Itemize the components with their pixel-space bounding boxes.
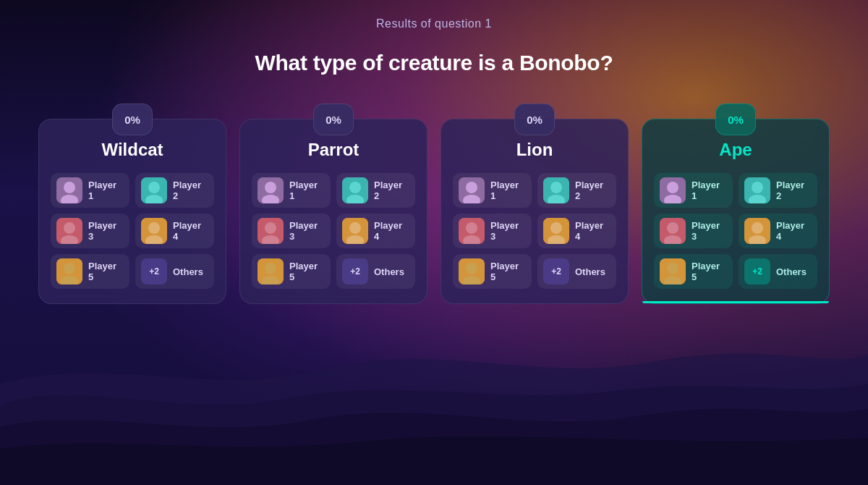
player-name-label: Player 5: [289, 261, 325, 282]
player-item: Player 5: [453, 254, 532, 289]
others-badge: +2: [744, 258, 770, 284]
player-avatar: [342, 218, 368, 244]
others-label: Others: [173, 266, 203, 277]
svg-point-43: [466, 263, 477, 274]
player-avatar: [56, 177, 82, 203]
player-name-label: Player 2: [575, 180, 610, 201]
player-item: Player 1: [51, 173, 129, 208]
svg-point-22: [265, 222, 276, 234]
svg-point-31: [466, 182, 477, 193]
player-name-label: Player 4: [776, 220, 812, 242]
player-avatar: [744, 177, 770, 203]
svg-point-13: [64, 263, 75, 274]
svg-point-16: [265, 182, 276, 193]
player-name-label: Player 2: [173, 180, 208, 201]
svg-point-1: [64, 182, 75, 193]
player-avatar: [258, 218, 284, 244]
svg-point-52: [667, 222, 678, 234]
question-text: What type of creature is a Bonobo?: [0, 51, 868, 75]
player-item: Player 5: [654, 254, 733, 289]
player-item: Player 5: [51, 254, 129, 289]
player-name-label: Player 1: [490, 180, 526, 201]
player-item: Player 2: [135, 173, 214, 208]
player-name-label: Player 4: [173, 220, 208, 242]
player-avatar: [258, 258, 284, 284]
players-grid: Player 1 Player 2 Player 3 Player 4 Play…: [252, 173, 415, 289]
player-item: Player 3: [453, 214, 532, 248]
player-avatar: [660, 218, 686, 244]
players-grid: Player 1 Player 2 Player 3 Player 4 Play…: [453, 173, 616, 289]
player-avatar: [56, 258, 82, 284]
others-label: Others: [374, 266, 404, 277]
player-avatar: [459, 177, 485, 203]
player-item: Player 1: [453, 173, 532, 208]
others-badge: +2: [141, 258, 167, 284]
player-item: Player 2: [336, 173, 415, 208]
player-item: Player 5: [252, 254, 331, 289]
svg-point-10: [148, 222, 160, 234]
player-avatar: [744, 218, 770, 244]
player-name-label: Player 4: [575, 220, 610, 242]
player-name-label: Player 1: [289, 180, 325, 201]
player-item: Player 2: [537, 173, 616, 208]
answer-card-ape: 0%Ape Player 1 Player 2 Player 3 Player …: [642, 119, 830, 304]
player-item: Player 3: [252, 214, 331, 248]
player-name-label: Player 5: [490, 261, 526, 282]
header: Results of question 1 What type of creat…: [0, 0, 868, 75]
player-avatar: [56, 218, 82, 244]
svg-point-55: [752, 222, 763, 234]
percent-badge: 0%: [715, 104, 756, 135]
player-item: Player 3: [51, 214, 129, 248]
player-avatar: [459, 218, 485, 244]
svg-point-34: [550, 182, 562, 193]
player-name-label: Player 3: [692, 220, 727, 242]
answer-card-parrot: 0%Parrot Player 1 Player 2 Player 3 Play…: [239, 119, 427, 304]
player-name-label: Player 1: [88, 180, 124, 201]
answer-card-wildcat: 0%Wildcat Player 1 Player 2 Player 3 Pla…: [38, 119, 226, 304]
others-label: Others: [575, 266, 605, 277]
player-name-label: Player 3: [490, 220, 526, 242]
player-avatar: [660, 177, 686, 203]
svg-point-58: [667, 263, 678, 274]
player-avatar: [543, 177, 569, 203]
player-name-label: Player 5: [88, 261, 124, 282]
results-label: Results of question 1: [0, 17, 868, 30]
player-avatar: [660, 258, 686, 284]
svg-point-28: [265, 263, 276, 274]
svg-point-19: [349, 182, 361, 193]
player-avatar: [543, 218, 569, 244]
answer-card-lion: 0%Lion Player 1 Player 2 Player 3 Player…: [441, 119, 629, 304]
others-item: +2Others: [537, 254, 616, 289]
player-name-label: Player 2: [776, 180, 812, 201]
percent-badge: 0%: [514, 104, 555, 135]
svg-point-40: [550, 222, 562, 234]
svg-point-7: [64, 222, 75, 234]
players-grid: Player 1 Player 2 Player 3 Player 4 Play…: [51, 173, 214, 289]
player-item: Player 3: [654, 214, 733, 248]
percent-badge: 0%: [112, 104, 153, 135]
player-avatar: [342, 177, 368, 203]
players-grid: Player 1 Player 2 Player 3 Player 4 Play…: [654, 173, 817, 289]
answer-name: Wildcat: [51, 140, 214, 160]
others-item: +2Others: [135, 254, 214, 289]
percent-badge: 0%: [313, 104, 354, 135]
player-avatar: [258, 177, 284, 203]
player-avatar: [141, 177, 167, 203]
player-item: Player 4: [336, 214, 415, 248]
others-badge: +2: [342, 258, 368, 284]
player-name-label: Player 5: [692, 261, 727, 282]
others-label: Others: [776, 266, 807, 277]
player-name-label: Player 3: [88, 220, 124, 242]
others-badge: +2: [543, 258, 569, 284]
answer-name: Parrot: [252, 140, 415, 160]
player-item: Player 4: [135, 214, 214, 248]
player-item: Player 4: [739, 214, 817, 248]
svg-point-49: [752, 182, 763, 193]
others-item: +2Others: [336, 254, 415, 289]
player-avatar: [459, 258, 485, 284]
player-avatar: [141, 218, 167, 244]
answer-name: Lion: [453, 140, 616, 160]
player-item: Player 1: [252, 173, 331, 208]
player-item: Player 4: [537, 214, 616, 248]
player-item: Player 2: [739, 173, 817, 208]
